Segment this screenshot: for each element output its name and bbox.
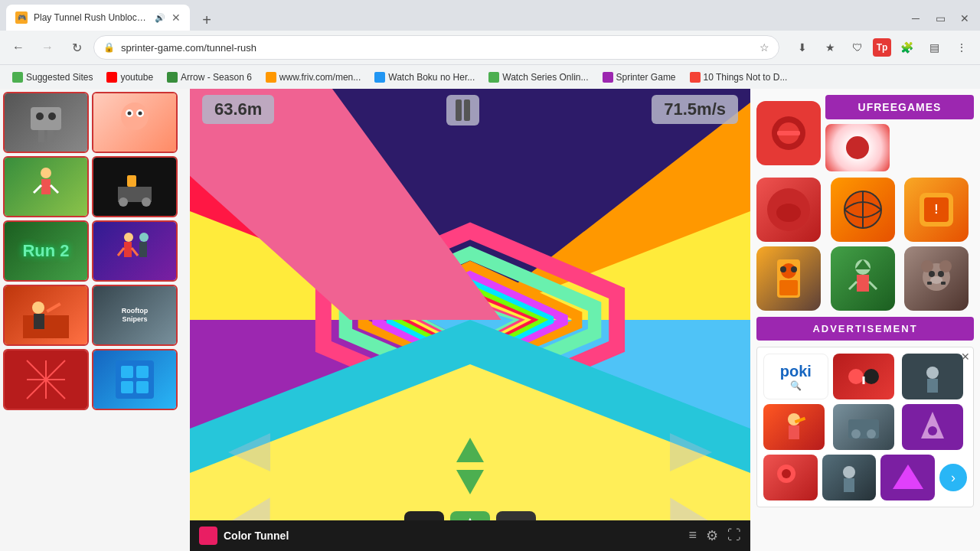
star-icon[interactable]: ★	[818, 35, 842, 60]
bookmark-label: Sprinter Game	[616, 72, 676, 83]
ad-game-1[interactable]	[833, 354, 894, 399]
ad-game-5[interactable]	[902, 404, 963, 450]
svg-line-13	[51, 185, 58, 193]
menu-icon[interactable]: ⋮	[949, 35, 974, 60]
tab-bar: 🎮 Play Tunnel Rush Unblocked... 🔊 ✕ + ─ …	[0, 0, 980, 31]
settings-icon[interactable]: ⚙	[706, 527, 718, 544]
ad-game-3[interactable]	[763, 404, 825, 450]
tab-mute-button[interactable]: 🔊	[155, 13, 165, 23]
tp-icon[interactable]: Tp	[873, 38, 891, 57]
game-icon-2[interactable]	[825, 124, 890, 171]
svg-rect-91	[927, 282, 932, 285]
game-icon-gold[interactable]: !	[904, 178, 969, 242]
game-icon-1[interactable]	[756, 101, 821, 165]
bookmark-favicon	[488, 72, 499, 83]
sidebar-icon[interactable]: ▤	[922, 35, 946, 60]
game-thumb-robot[interactable]	[3, 92, 89, 153]
bookmark-star-icon[interactable]: ☆	[760, 41, 769, 54]
game-thumb-ninja[interactable]	[3, 285, 89, 346]
bookmark-favicon	[167, 72, 178, 83]
game-thumb-red[interactable]	[3, 349, 89, 410]
game-thumb-bounce[interactable]	[92, 92, 178, 153]
svg-marker-64	[456, 470, 484, 494]
active-tab[interactable]: 🎮 Play Tunnel Rush Unblocked... 🔊 ✕	[6, 5, 190, 31]
down-arrow-button[interactable]	[455, 468, 485, 499]
shield-icon[interactable]: 🛡	[845, 35, 870, 60]
svg-marker-61	[228, 433, 270, 471]
svg-point-86	[921, 260, 933, 272]
bookmark-sprinter[interactable]: Sprinter Game	[596, 69, 682, 86]
bookmark-label: www.friv.com/men...	[279, 72, 361, 83]
bookmark-boku[interactable]: Watch Boku no Her...	[368, 69, 481, 86]
game-icon-bear[interactable]	[904, 246, 969, 311]
ad-game-6[interactable]	[763, 455, 818, 500]
menu-hamburger-icon[interactable]: ≡	[688, 527, 697, 544]
svg-rect-82	[857, 275, 869, 292]
minimize-button[interactable]: ─	[906, 9, 925, 28]
ad-grid-1: poki 🔍	[763, 354, 967, 399]
tab-actions: ─ ▭ ✕	[906, 9, 974, 31]
fullscreen-icon[interactable]: ⛶	[727, 527, 741, 544]
right-side-arrow[interactable]	[666, 425, 720, 482]
speed-display: 71.5m/s	[652, 95, 738, 124]
ad-close-button[interactable]: ✕	[961, 350, 970, 363]
game-thumb-runner[interactable]	[3, 156, 89, 217]
left-side-arrow[interactable]	[220, 425, 274, 482]
bookmark-10things[interactable]: 10 Things Not to D...	[684, 69, 794, 86]
ad-game-7[interactable]	[822, 455, 877, 500]
forward-button[interactable]: →	[35, 35, 60, 60]
ad-game-2[interactable]	[902, 354, 963, 399]
svg-line-21	[132, 248, 138, 256]
download-icon[interactable]: ⬇	[790, 35, 815, 60]
svg-rect-97	[927, 379, 938, 393]
refresh-button[interactable]: ↻	[64, 35, 89, 60]
main-content: Run 2 RooftopSnipers	[0, 89, 980, 551]
game-thumb-blue[interactable]	[92, 349, 178, 410]
game-thumb-yellow[interactable]	[92, 156, 178, 217]
svg-point-90	[930, 276, 942, 284]
pause-button[interactable]	[446, 95, 479, 126]
address-bar[interactable]: 🔒 sprinter-game.com/tunnel-rush ☆	[93, 35, 779, 60]
game-icon-tiki[interactable]	[756, 246, 821, 311]
bookmark-friv[interactable]: www.friv.com/men...	[260, 69, 367, 86]
svg-rect-35	[121, 381, 133, 393]
bookmark-arrow[interactable]: Arrow - Season 6	[161, 69, 258, 86]
poki-section: poki 🔍	[763, 354, 828, 399]
svg-marker-63	[456, 438, 484, 462]
game-thumb-fighter[interactable]	[92, 220, 178, 282]
ad-game-4[interactable]	[833, 404, 894, 450]
maximize-button[interactable]: ▭	[931, 9, 949, 28]
bookmarks-bar: Suggested Sites youtube Arrow - Season 6…	[0, 64, 980, 89]
new-tab-button[interactable]: +	[196, 9, 217, 31]
bookmark-favicon	[106, 72, 117, 83]
svg-rect-0	[31, 107, 61, 130]
bookmark-suggested[interactable]: Suggested Sites	[6, 69, 99, 86]
game-thumb-run2[interactable]: Run 2	[3, 220, 89, 282]
svg-rect-99	[789, 425, 799, 439]
game-icon-red[interactable]	[756, 178, 821, 242]
ad-next-button[interactable]: ›	[939, 464, 967, 491]
tab-close-button[interactable]: ✕	[172, 11, 181, 24]
poki-logo[interactable]: poki 🔍	[763, 354, 828, 399]
bookmark-series[interactable]: Watch Series Onlin...	[482, 69, 594, 86]
svg-point-89	[938, 271, 944, 277]
game-thumb-rooftop[interactable]: RooftopSnipers	[92, 285, 178, 346]
ad-grid-2	[763, 404, 967, 450]
bookmark-youtube[interactable]: youtube	[100, 69, 159, 86]
up-arrow-button[interactable]	[455, 436, 485, 467]
close-window-button[interactable]: ✕	[956, 9, 974, 28]
bookmark-label: Suggested Sites	[26, 72, 93, 83]
svg-point-108	[843, 466, 855, 478]
game-area[interactable]: 63.6m 71.5m/s	[190, 89, 750, 551]
bookmark-label: Arrow - Season 6	[181, 72, 252, 83]
svg-point-17	[142, 197, 151, 207]
games-grid: !	[756, 178, 974, 311]
back-button[interactable]: ←	[6, 35, 31, 60]
svg-rect-109	[844, 478, 854, 492]
svg-point-9	[139, 112, 142, 116]
game-icon-basketball[interactable]	[831, 178, 895, 242]
game-icon-elf[interactable]	[831, 246, 895, 311]
bookmark-favicon	[374, 72, 385, 83]
ad-game-8[interactable]	[880, 455, 935, 500]
extensions-icon[interactable]: 🧩	[894, 35, 919, 60]
